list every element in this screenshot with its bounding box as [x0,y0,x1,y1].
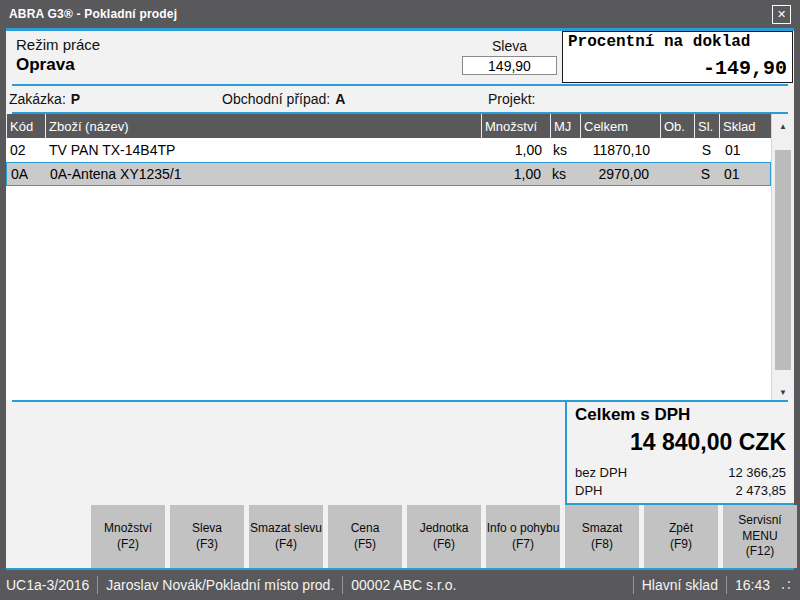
cell-nazev: TV PAN TX-14B4TP [45,142,481,158]
table-empty-area [6,186,771,400]
close-icon[interactable]: ✕ [772,5,791,24]
cell-kod: 0A [7,166,46,182]
status-time: 16:43 [735,577,770,593]
status-separator [633,576,634,594]
without-vat-value: 12 366,25 [728,464,786,482]
cell-sklad: 01 [718,166,770,182]
order-label: Zakázka: [9,91,66,107]
vat-row: DPH 2 473,85 [575,482,786,500]
total-without-vat-row: bez DPH 12 366,25 [575,464,786,482]
project-label: Projekt: [488,91,535,107]
total-with-vat: 14 840,00 CZK [575,429,786,456]
cell-mj: ks [550,142,580,158]
cell-sl: S [693,166,718,182]
col-header-mnozstvi: Množství [481,114,550,138]
cell-mnozstvi: 1,00 [480,166,549,182]
price-button[interactable]: Cena (F5) [328,505,402,568]
button-label: Množství [104,521,152,537]
work-mode-block: Režim práce Oprava [16,36,100,75]
window-title: ABRA G3® - Pokladní prodej [9,7,177,21]
col-header-nazev: Zboží (název) [45,114,481,138]
button-label: Sleva [192,521,222,537]
col-header-sklad: Sklad [719,114,771,138]
button-fkey: (F12) [746,544,775,560]
order-field[interactable]: Zakázka:P [6,91,222,107]
cell-celkem: 11870,10 [580,142,660,158]
button-label: Servisní MENU [723,513,797,544]
col-header-kod: Kód [6,114,45,138]
button-label: Cena [351,521,380,537]
cell-kod: 02 [6,142,45,158]
button-fkey: (F5) [354,537,376,553]
button-fkey: (F9) [670,537,692,553]
status-bar: UC1a-3/2016 Jaroslav Novák/Pokladní míst… [0,570,800,600]
business-case-field[interactable]: Obchodní případ:A [222,91,488,107]
table-header-row: Kód Zboží (název) Množství MJ Celkem Ob.… [6,114,771,138]
col-header-ob: Ob. [660,114,694,138]
button-label: Smazat [582,521,623,537]
scroll-thumb[interactable] [775,150,791,370]
status-company: 00002 ABC s.r.o. [351,577,456,593]
cell-celkem: 2970,00 [579,166,659,182]
button-label: Smazat slevu [250,521,322,537]
discount-display-title: Procentní na doklad [568,33,787,51]
cell-sklad: 01 [719,142,771,158]
discount-field[interactable]: 149,90 [462,56,557,75]
quantity-button[interactable]: Množství (F2) [91,505,165,568]
scroll-track[interactable] [772,138,794,150]
bottom-panel: Celkem s DPH 14 840,00 CZK bez DPH 12 36… [6,402,794,505]
cell-sl: S [694,142,719,158]
button-fkey: (F7) [512,537,534,553]
totals-title: Celkem s DPH [575,405,786,425]
scroll-down-icon[interactable]: ▼ [772,384,794,400]
items-table: Kód Zboží (název) Množství MJ Celkem Ob.… [6,114,794,400]
discount-button[interactable]: Sleva (F3) [170,505,244,568]
status-separator [97,576,98,594]
vat-value: 2 473,85 [735,482,786,500]
pos-window: ABRA G3® - Pokladní prodej ✕ Režim práce… [0,0,800,600]
project-field[interactable]: Projekt: [488,91,794,107]
back-button[interactable]: Zpět (F9) [644,505,718,568]
window-content: Režim práce Oprava Sleva 149,90 Procentn… [6,31,794,568]
vat-label: DPH [575,482,602,500]
discount-display: Procentní na doklad -149,90 [562,31,793,83]
button-label: Zpět [669,521,693,537]
discount-block: Sleva 149,90 [462,38,557,75]
table-row[interactable]: 02 TV PAN TX-14B4TP 1,00 ks 11870,10 S 0… [6,138,771,162]
button-fkey: (F3) [196,537,218,553]
button-label: Info o pohybu [487,521,560,537]
items-table-main: Kód Zboží (název) Množství MJ Celkem Ob.… [6,114,771,400]
discount-label: Sleva [462,38,557,54]
vertical-scrollbar[interactable]: ▲ ▼ [771,114,794,400]
scroll-up-icon[interactable]: ▲ [772,114,794,138]
cell-nazev: 0A-Antena XY1235/1 [46,166,480,182]
col-header-mj: MJ [550,114,580,138]
table-row-selected[interactable]: 0A 0A-Antena XY1235/1 1,00 ks 2970,00 S … [6,162,771,186]
unit-button[interactable]: Jednotka (F6) [407,505,481,568]
cell-mnozstvi: 1,00 [481,142,550,158]
business-case-label: Obchodní případ: [222,91,330,107]
col-header-celkem: Celkem [580,114,660,138]
clear-discount-button[interactable]: Smazat slevu (F4) [249,505,323,568]
delete-button[interactable]: Smazat (F8) [565,505,639,568]
status-user: Jaroslav Novák/Pokladní místo prod. [106,577,334,593]
button-fkey: (F8) [591,537,613,553]
movement-info-button[interactable]: Info o pohybu (F7) [486,505,560,568]
button-fkey: (F6) [433,537,455,553]
header-panel: Režim práce Oprava Sleva 149,90 Procentn… [6,31,794,84]
title-bar: ABRA G3® - Pokladní prodej ✕ [0,0,800,28]
totals-box: Celkem s DPH 14 840,00 CZK bez DPH 12 36… [565,402,794,505]
business-case-value: A [335,91,345,107]
status-separator [726,576,727,594]
service-menu-button[interactable]: Servisní MENU (F12) [723,505,797,568]
resize-grip-icon[interactable] [780,579,792,591]
without-vat-label: bez DPH [575,464,627,482]
button-fkey: (F2) [117,537,139,553]
function-button-bar: Množství (F2) Sleva (F3) Smazat slevu (F… [6,505,794,568]
work-mode-label: Režim práce [16,36,100,53]
discount-display-value: -149,90 [568,57,787,80]
cell-mj: ks [549,166,579,182]
status-warehouse: Hlavní sklad [642,577,718,593]
status-separator [342,576,343,594]
button-fkey: (F4) [275,537,297,553]
